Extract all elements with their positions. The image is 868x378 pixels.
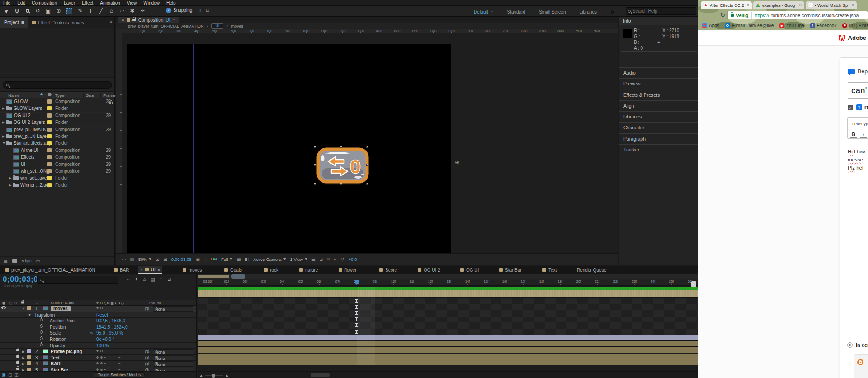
property-value[interactable]: 902,5 , 1536,0	[96, 318, 125, 323]
selection-handle[interactable]	[340, 183, 342, 185]
layer-color-chip[interactable]	[27, 361, 31, 365]
workspace-small-screen[interactable]: Small Screen	[539, 9, 566, 14]
panel-effects-presets[interactable]: Effects & Presets	[619, 90, 698, 100]
pick-whip-icon[interactable]: @	[145, 306, 149, 311]
menu-window[interactable]: Window	[143, 0, 160, 6]
reset-link[interactable]: Reset	[96, 312, 108, 317]
label-color-chip[interactable]	[47, 113, 52, 118]
layer-color-chip[interactable]	[27, 355, 31, 359]
brush-tool[interactable]: ╱	[97, 7, 105, 15]
disclosure-down-icon[interactable]: ▼	[2, 142, 5, 145]
parent-dropdown[interactable]: None	[153, 361, 193, 367]
stopwatch-icon[interactable]	[40, 331, 43, 334]
lock-icon[interactable]	[132, 19, 136, 21]
close-icon[interactable]: ×	[852, 3, 854, 7]
breadcrumb-ui[interactable]: UI	[211, 23, 223, 29]
close-icon[interactable]: ×	[747, 3, 749, 7]
label-color-chip[interactable]	[47, 169, 52, 173]
selection-handle[interactable]	[366, 183, 368, 185]
layer-color-chip[interactable]	[27, 349, 31, 353]
selection-handle[interactable]	[366, 164, 368, 166]
tab-composition[interactable]: × Composition UI ≡	[118, 17, 179, 23]
stopwatch-icon[interactable]	[40, 343, 43, 346]
zoom-out-mountain-icon[interactable]: ▲	[199, 373, 203, 378]
expand-layer-switches-icon[interactable]: ▣	[2, 373, 6, 377]
layer-row-profile-pic-png[interactable]: ▶2Profile pic.png✛ ⊙ −−@None	[0, 349, 196, 355]
lock-icon[interactable]	[16, 361, 19, 364]
disclosure-right-icon[interactable]: ▶	[2, 121, 5, 124]
browser-tab[interactable]: AAfter Effects CC 2×	[701, 1, 752, 9]
zoom-in-mountain-icon[interactable]: ▲	[225, 373, 229, 378]
layer-switches[interactable]: ✛ ⊙ −	[96, 361, 106, 365]
label-color-chip[interactable]	[47, 176, 52, 180]
expand-transfer-icon[interactable]: ▢	[8, 373, 12, 377]
tab-project[interactable]: Project ≡	[0, 17, 28, 28]
new-folder-icon[interactable]	[12, 259, 17, 263]
pin-tool[interactable]: ✒	[139, 7, 146, 15]
vertical-guide[interactable]	[193, 44, 194, 253]
mask-tool[interactable]	[66, 8, 72, 14]
project-item[interactable]: ▶GLOW LayersFolder	[0, 105, 114, 112]
layer-row-bar[interactable]: ▶4BAR✛ ⊙ −−@None	[0, 361, 196, 367]
stopwatch-icon[interactable]	[40, 337, 43, 340]
parent-dropdown[interactable]: None	[153, 349, 193, 354]
timeline-tab-star-bar[interactable]: Star Bar	[497, 266, 524, 274]
label-color-chip[interactable]	[47, 106, 52, 110]
lock-icon[interactable]	[16, 349, 19, 351]
panel-character[interactable]: Character	[619, 122, 698, 133]
property-row-rotation[interactable]: Rotation0x +0,0 °	[0, 336, 196, 343]
transform-group-row[interactable]: ▼TransformReset	[0, 312, 196, 318]
project-item[interactable]: ▶win_set...ayersFolder	[0, 175, 114, 182]
timeline-icon[interactable]: ⌗	[327, 256, 330, 262]
eye-icon[interactable]	[1, 306, 6, 309]
label-color-chip[interactable]	[47, 128, 52, 132]
moves-layer-bar[interactable]	[198, 290, 698, 298]
magnification-icon[interactable]: ▥	[130, 257, 134, 262]
rotation-tool[interactable]: ↺	[34, 7, 42, 15]
breadcrumb-prev_player_turn_off[interactable]: prev_player_turn_OFFICIAL_ANIMATION	[128, 24, 203, 28]
pick-whip-icon[interactable]: @	[145, 349, 149, 354]
menu-composition[interactable]: Composition	[32, 0, 57, 6]
zoom-tool[interactable]	[24, 7, 31, 15]
guides-icon[interactable]: ⊞	[163, 257, 167, 262]
project-item[interactable]: OG UI 2Composition29	[0, 113, 114, 119]
disclosure-right-icon[interactable]: ▶	[9, 184, 11, 187]
question-checkbox[interactable]: ✓	[848, 105, 853, 110]
selection-handle[interactable]	[314, 183, 316, 185]
panel-paragraph[interactable]: Paragraph	[619, 133, 698, 144]
snapshot-camera-icon[interactable]: ▣	[196, 257, 200, 262]
timeline-tab-nature[interactable]: nature	[297, 266, 320, 274]
layer-switches[interactable]: ✛ ⊙ −	[96, 306, 106, 310]
layer-name[interactable]: Profile pic.png	[51, 349, 82, 354]
project-item[interactable]: win_set...ON_1Composition29	[0, 168, 114, 175]
selection-handle[interactable]	[314, 164, 316, 166]
layer-bar[interactable]	[198, 347, 698, 353]
panel-menu-icon[interactable]: ≡	[172, 18, 175, 23]
col-source-name[interactable]: Source Name	[51, 301, 75, 305]
label-color-chip[interactable]	[47, 162, 52, 166]
disclosure-right-icon[interactable]: ▶	[22, 350, 24, 354]
layer-row-moves[interactable]: ▼1moves✛ ⊙ −−@None	[0, 306, 196, 312]
panel-libraries[interactable]: Libraries	[619, 111, 698, 122]
timeline-zoom-slider[interactable]	[205, 375, 223, 376]
puppet-tool[interactable]: ✱	[128, 7, 136, 15]
selection-tool[interactable]: ►	[1, 5, 12, 17]
zoom-dropdown[interactable]: 50%	[138, 257, 151, 262]
snap-angle-icon[interactable]: ✛	[198, 8, 202, 13]
stopwatch-icon[interactable]	[40, 318, 43, 321]
project-item[interactable]: prev_pl...IMATIONComposition29	[0, 127, 114, 133]
forward-icon[interactable]: →	[711, 12, 717, 19]
viewer-timecode[interactable]: 0;00;03;08	[171, 257, 192, 262]
composition-viewer[interactable]: ⊕ 0	[122, 33, 618, 253]
panel-menu-icon[interactable]: ≡	[692, 18, 695, 24]
property-row-scale[interactable]: Scale∞95,0 , 95,0 %	[0, 330, 196, 336]
disclosure-right-icon[interactable]: ▶	[2, 107, 5, 110]
property-value[interactable]: 100 %	[96, 343, 109, 348]
camera-dropdown[interactable]: Active Camera	[253, 257, 286, 262]
layer-row-text[interactable]: ▶3Text✛ ⊙ −−@None	[0, 355, 196, 361]
label-color-chip[interactable]	[47, 99, 52, 104]
breadcrumb-moves[interactable]: moves	[231, 24, 243, 28]
font-dropdown[interactable]: Lettertyp	[850, 120, 868, 128]
panel-preview[interactable]: Preview	[619, 78, 698, 89]
workspace-default[interactable]: Default≡	[474, 9, 494, 14]
